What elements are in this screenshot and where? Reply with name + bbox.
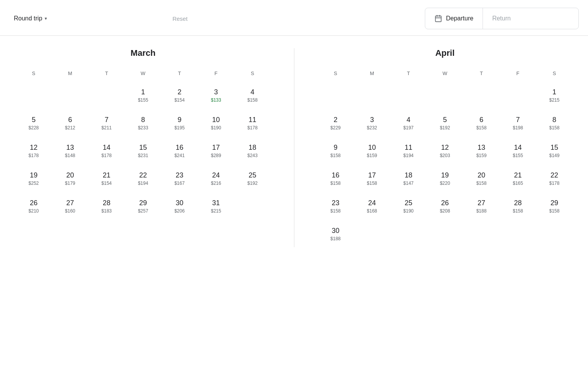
list-item[interactable]: 24$168 bbox=[354, 193, 390, 219]
list-item[interactable]: 14$178 bbox=[89, 138, 125, 164]
list-item[interactable]: 4$197 bbox=[390, 110, 427, 136]
list-item[interactable]: 25$192 bbox=[234, 166, 271, 192]
return-tab[interactable]: Return bbox=[483, 8, 520, 29]
list-item[interactable]: 22$194 bbox=[125, 166, 161, 192]
list-item[interactable]: 15$231 bbox=[125, 138, 161, 164]
list-item[interactable]: 19$252 bbox=[15, 166, 52, 192]
list-item[interactable]: 10$159 bbox=[354, 138, 390, 164]
list-item[interactable]: 12$203 bbox=[427, 138, 463, 164]
list-item[interactable]: 15$149 bbox=[536, 138, 573, 164]
list-item[interactable]: 11$178 bbox=[234, 110, 271, 136]
list-item[interactable]: 8$158 bbox=[536, 110, 573, 136]
april-dow-2: T bbox=[390, 67, 427, 79]
list-item[interactable]: 11$194 bbox=[390, 138, 427, 164]
list-item[interactable]: 27$188 bbox=[463, 193, 500, 219]
list-item[interactable]: 20$179 bbox=[52, 166, 89, 192]
list-item[interactable]: 23$167 bbox=[161, 166, 198, 192]
list-item[interactable]: 9$158 bbox=[317, 138, 354, 164]
list-item[interactable]: 6$212 bbox=[52, 110, 89, 136]
day-price: $178 bbox=[247, 125, 258, 131]
day-price: $229 bbox=[331, 125, 341, 131]
list-item[interactable]: 29$158 bbox=[536, 193, 573, 219]
calendar-icon bbox=[434, 15, 442, 22]
day-number: 14 bbox=[514, 144, 522, 152]
day-number: 28 bbox=[514, 199, 522, 208]
list-item[interactable]: 28$158 bbox=[499, 193, 536, 219]
return-label: Return bbox=[492, 15, 511, 22]
departure-tab[interactable]: Departure bbox=[425, 8, 483, 29]
list-item[interactable]: 24$216 bbox=[198, 166, 234, 192]
day-price: $194 bbox=[403, 153, 414, 158]
day-price: $155 bbox=[513, 153, 523, 158]
list-item[interactable]: 18$147 bbox=[390, 166, 427, 192]
list-item bbox=[354, 82, 390, 109]
list-item[interactable]: 14$155 bbox=[499, 138, 536, 164]
date-tabs: Departure Return bbox=[425, 8, 579, 29]
list-item[interactable]: 7$211 bbox=[89, 110, 125, 136]
list-item[interactable]: 26$208 bbox=[427, 193, 463, 219]
list-item[interactable]: 1$215 bbox=[536, 82, 573, 109]
day-number: 4 bbox=[406, 116, 410, 124]
list-item[interactable]: 1$155 bbox=[125, 82, 161, 109]
day-price: $154 bbox=[102, 181, 112, 186]
list-item[interactable]: 20$158 bbox=[463, 166, 500, 192]
day-number: 13 bbox=[478, 144, 485, 152]
list-item[interactable]: 16$158 bbox=[317, 166, 354, 192]
list-item[interactable]: 2$154 bbox=[161, 82, 198, 109]
list-item[interactable]: 17$158 bbox=[354, 166, 390, 192]
list-item[interactable]: 13$148 bbox=[52, 138, 89, 164]
list-item[interactable]: 31$215 bbox=[198, 193, 234, 219]
day-price: $165 bbox=[513, 181, 523, 186]
list-item[interactable]: 30$188 bbox=[317, 221, 354, 247]
april-dow-4: T bbox=[463, 67, 500, 79]
list-item[interactable]: 10$190 bbox=[198, 110, 234, 136]
day-price: $159 bbox=[476, 153, 487, 158]
march-grid: 1$1552$1543$1334$1585$2286$2127$2118$233… bbox=[15, 82, 271, 219]
svg-rect-0 bbox=[436, 16, 441, 22]
list-item[interactable]: 13$159 bbox=[463, 138, 500, 164]
list-item[interactable]: 17$289 bbox=[198, 138, 234, 164]
list-item[interactable]: 12$178 bbox=[15, 138, 52, 164]
list-item[interactable]: 3$133 bbox=[198, 82, 234, 109]
day-price: $211 bbox=[102, 125, 112, 131]
day-number: 18 bbox=[404, 171, 412, 180]
list-item[interactable]: 5$192 bbox=[427, 110, 463, 136]
list-item[interactable]: 21$154 bbox=[89, 166, 125, 192]
list-item[interactable]: 16$241 bbox=[161, 138, 198, 164]
list-item[interactable]: 8$233 bbox=[125, 110, 161, 136]
day-price: $257 bbox=[138, 208, 148, 214]
day-number: 18 bbox=[249, 144, 256, 152]
list-item[interactable]: 23$158 bbox=[317, 193, 354, 219]
list-item[interactable]: 28$183 bbox=[89, 193, 125, 219]
day-price: $168 bbox=[367, 208, 377, 214]
day-price: $179 bbox=[65, 181, 75, 186]
list-item[interactable]: 29$257 bbox=[125, 193, 161, 219]
day-number: 6 bbox=[479, 116, 483, 124]
list-item[interactable]: 4$158 bbox=[234, 82, 271, 109]
list-item[interactable]: 30$206 bbox=[161, 193, 198, 219]
list-item bbox=[463, 221, 500, 247]
round-trip-button[interactable]: Round trip ▾ bbox=[9, 12, 52, 25]
list-item[interactable]: 7$198 bbox=[499, 110, 536, 136]
reset-button[interactable]: Reset bbox=[168, 12, 192, 25]
day-price: $188 bbox=[331, 236, 341, 241]
list-item[interactable]: 5$228 bbox=[15, 110, 52, 136]
list-item[interactable]: 26$210 bbox=[15, 193, 52, 219]
day-price: $241 bbox=[174, 153, 185, 158]
day-number: 14 bbox=[103, 144, 110, 152]
list-item[interactable]: 27$160 bbox=[52, 193, 89, 219]
list-item[interactable]: 6$158 bbox=[463, 110, 500, 136]
day-price: $190 bbox=[403, 208, 414, 214]
day-number: 23 bbox=[332, 199, 339, 208]
list-item[interactable]: 2$229 bbox=[317, 110, 354, 136]
list-item[interactable]: 21$165 bbox=[499, 166, 536, 192]
list-item[interactable]: 25$190 bbox=[390, 193, 427, 219]
day-price: $154 bbox=[174, 97, 185, 103]
list-item[interactable]: 18$243 bbox=[234, 138, 271, 164]
list-item[interactable]: 22$178 bbox=[536, 166, 573, 192]
day-number: 13 bbox=[66, 144, 74, 152]
list-item[interactable]: 9$195 bbox=[161, 110, 198, 136]
day-number: 6 bbox=[68, 116, 72, 124]
list-item[interactable]: 19$220 bbox=[427, 166, 463, 192]
list-item[interactable]: 3$232 bbox=[354, 110, 390, 136]
